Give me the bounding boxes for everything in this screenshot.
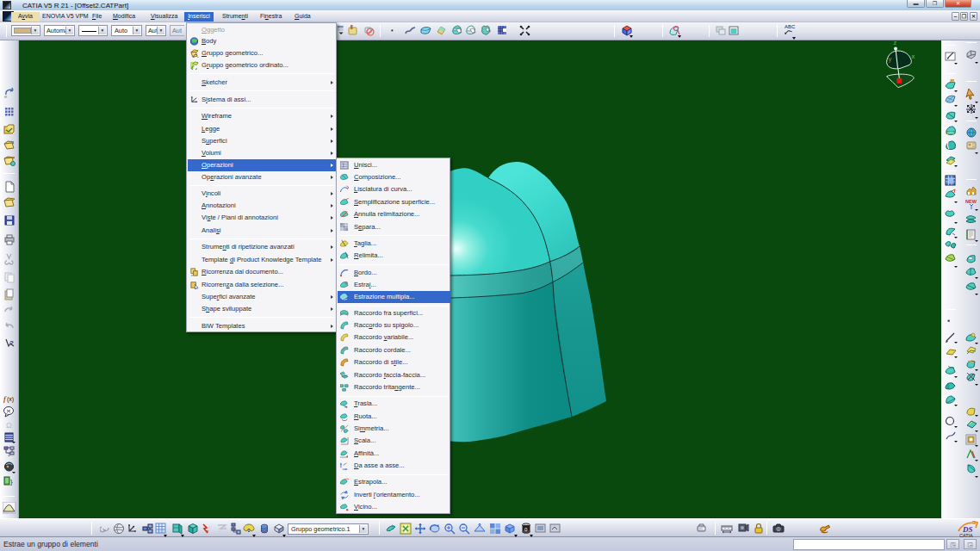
svg-text:?: ? bbox=[9, 339, 14, 347]
svg-text:(x): (x) bbox=[7, 396, 14, 403]
svg-text:x: x bbox=[912, 53, 915, 60]
svg-text:z: z bbox=[894, 39, 897, 46]
svg-text:y: y bbox=[889, 55, 892, 63]
svg-text:Ω: Ω bbox=[6, 421, 12, 430]
svg-text:NEW: NEW bbox=[965, 199, 977, 204]
svg-text:e: e bbox=[4, 94, 8, 99]
svg-text:.: . bbox=[208, 523, 210, 529]
svg-text:ABC: ABC bbox=[785, 24, 796, 29]
svg-text:}: } bbox=[10, 478, 13, 486]
svg-text:3: 3 bbox=[8, 452, 10, 457]
